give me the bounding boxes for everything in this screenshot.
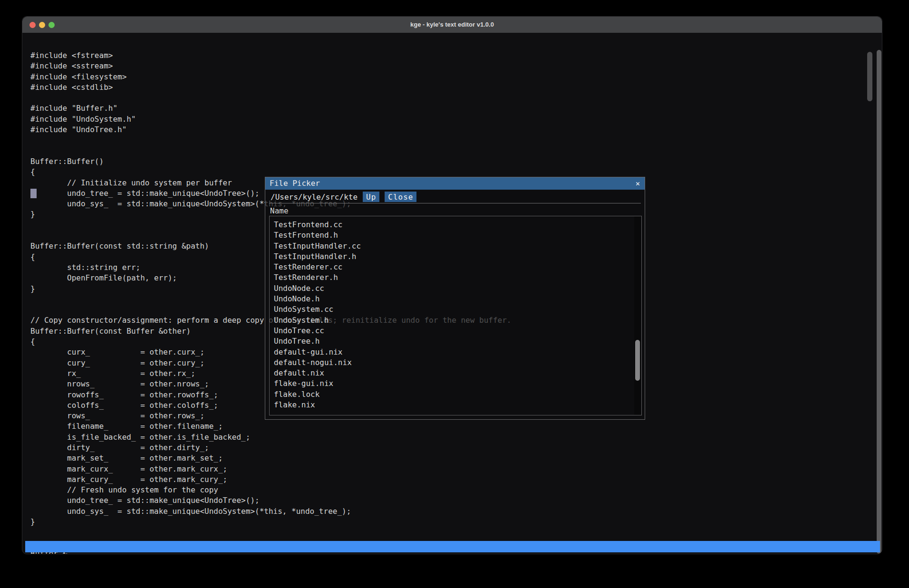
file-list-item[interactable]: UndoSystem.h <box>274 315 641 326</box>
file-list-item[interactable]: UndoTree.cc <box>274 326 641 336</box>
text-cursor <box>30 189 37 198</box>
file-picker-dialog: File Picker ✕ /Users/kyle/src/kte Up Clo… <box>265 177 645 420</box>
editor-window: kge - kyle's text editor v1.0.0 #include… <box>22 16 882 554</box>
file-list-scrollbar-thumb[interactable] <box>635 340 640 381</box>
window-title: kge - kyle's text editor v1.0.0 <box>22 17 882 33</box>
file-list-item[interactable]: TestFrontend.h <box>274 230 641 241</box>
file-list-item[interactable]: TestRenderer.h <box>274 272 641 283</box>
file-list-item[interactable]: TestInputHandler.cc <box>274 241 641 251</box>
close-icon[interactable]: ✕ <box>636 177 640 190</box>
current-path: /Users/kyle/src/kte <box>271 193 358 202</box>
column-header-name: Name <box>270 206 289 215</box>
file-list-item[interactable]: default.nix <box>274 368 641 378</box>
status-bar: kge v1.0.0 [1/1] Buffer.cc 486L Open Fil… <box>25 541 880 552</box>
close-button[interactable]: Close <box>385 192 416 202</box>
file-list-item[interactable]: default-gui.nix <box>274 347 641 357</box>
status-left: kge v1.0.0 [1/1] Buffer.cc 486L <box>31 552 177 554</box>
path-row: /Users/kyle/src/kte Up Close <box>271 191 641 202</box>
file-list-item[interactable]: flake-gui.nix <box>274 378 641 389</box>
path-divider <box>269 203 641 203</box>
window-scrollbar[interactable] <box>877 50 881 554</box>
screen-background: kge - kyle's text editor v1.0.0 #include… <box>0 0 909 588</box>
editor-scrollbar-thumb[interactable] <box>867 52 872 101</box>
file-list-scrollbar-track[interactable] <box>634 216 641 415</box>
file-list-item[interactable]: UndoNode.h <box>274 294 641 304</box>
file-list-item[interactable]: UndoNode.cc <box>274 283 641 294</box>
file-list-item[interactable]: UndoSystem.cc <box>274 304 641 315</box>
file-list-item[interactable]: TestFrontend.cc <box>274 220 641 230</box>
file-list: TestFrontend.ccTestFrontend.hTestInputHa… <box>269 216 642 415</box>
file-list-item[interactable]: UndoTree.h <box>274 336 641 347</box>
file-list-item[interactable]: flake.lock <box>274 389 641 400</box>
window-titlebar[interactable]: kge - kyle's text editor v1.0.0 <box>22 17 882 33</box>
file-list-item[interactable]: flake.nix <box>274 400 641 410</box>
file-picker-title: File Picker <box>270 177 320 190</box>
file-list-item[interactable]: default-nogui.nix <box>274 357 641 368</box>
file-picker-titlebar[interactable]: File Picker ✕ <box>265 177 645 190</box>
file-list-item[interactable]: TestInputHandler.h <box>274 251 641 262</box>
up-button[interactable]: Up <box>363 192 379 202</box>
file-list-item[interactable]: TestRenderer.cc <box>274 262 641 272</box>
